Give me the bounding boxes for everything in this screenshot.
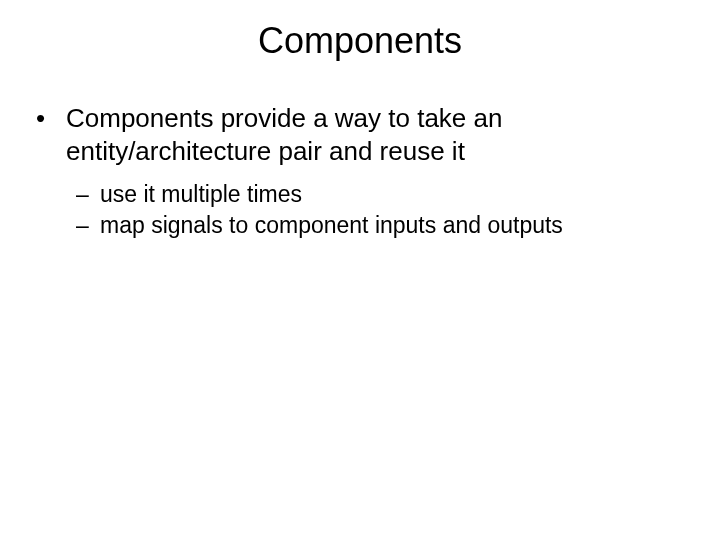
sub-bullet-text: use it multiple times <box>100 179 302 210</box>
bullet-text: Components provide a way to take an enti… <box>66 102 684 167</box>
sub-bullet-list: – use it multiple times – map signals to… <box>36 179 684 241</box>
slide-body: • Components provide a way to take an en… <box>0 102 720 241</box>
bullet-dash-icon: – <box>76 179 100 210</box>
bullet-level-1: • Components provide a way to take an en… <box>36 102 684 167</box>
bullet-dash-icon: – <box>76 210 100 241</box>
bullet-level-2: – use it multiple times <box>36 179 684 210</box>
bullet-level-2: – map signals to component inputs and ou… <box>36 210 684 241</box>
slide-title: Components <box>0 0 720 102</box>
sub-bullet-text: map signals to component inputs and outp… <box>100 210 563 241</box>
bullet-dot-icon: • <box>36 102 66 167</box>
